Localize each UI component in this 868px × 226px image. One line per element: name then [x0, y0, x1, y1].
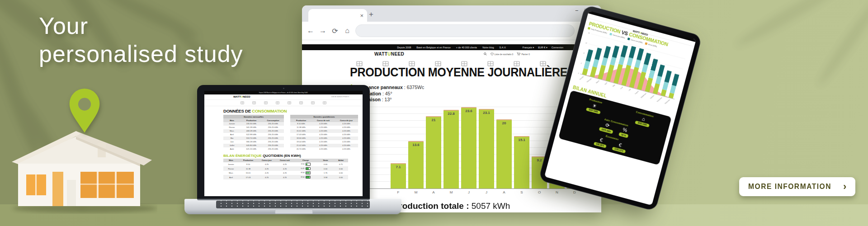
month-label: A	[496, 190, 512, 194]
topbar-locale-link[interactable]: Français ▾	[523, 46, 534, 49]
energy-balance-table: MoisProductionConso jourConso nuitCharge…	[223, 159, 348, 179]
table-cell: 4.25 kWh	[335, 122, 358, 126]
more-information-button[interactable]: MORE INFORMATION ›	[739, 177, 855, 196]
table-cell: 0.00	[334, 166, 348, 171]
table-cell: 8.54	[294, 175, 317, 179]
solar-kit-icon[interactable]	[241, 101, 244, 104]
topbar-link[interactable]: Notre blog	[482, 46, 494, 49]
y-tick-label: 0	[578, 73, 579, 75]
month-label: N	[549, 190, 565, 194]
coins-icon: €	[618, 142, 622, 148]
column-header-cell: Production	[290, 118, 312, 122]
topbar-locale-link[interactable]: Connexion	[552, 46, 563, 49]
reload-icon[interactable]: ⟳	[331, 27, 339, 35]
panel-icon[interactable]	[252, 101, 256, 104]
table-cell: 8.54	[294, 171, 317, 175]
monthly-data-table: Données mensuellesMoisProductionConsumpt…	[223, 115, 284, 151]
topbar-link[interactable]: S.A.V.	[500, 46, 506, 49]
month-label: J	[479, 190, 494, 194]
inverter-icon[interactable]	[276, 101, 279, 104]
battery-charge-icon	[306, 176, 311, 179]
back-icon[interactable]: ←	[307, 27, 315, 35]
pump-icon[interactable]	[288, 101, 291, 104]
site-logo[interactable]: WATTUNEED	[374, 52, 404, 56]
legend-swatch	[645, 42, 648, 45]
table-group-header: Données mensuelles	[223, 115, 284, 118]
table-cell: 4.25 kWh	[335, 133, 358, 137]
accessories-icon[interactable]	[323, 101, 326, 104]
table-cell: 255.25 kWh	[262, 137, 284, 140]
table-row: 11.38 kWh4.25 kWh4.25 kWh	[290, 126, 358, 129]
group-header-cell: Données mensuelles	[223, 115, 284, 118]
table-cell: 20.70 kWh	[290, 147, 312, 151]
laptop-site-topbar: Depuis 2008 Basé en Belgique et en Franc…	[204, 91, 363, 94]
tab-close-icon[interactable]: ×	[360, 13, 363, 19]
column-header-cell: Conso jour	[258, 159, 276, 162]
topbar-locale-link[interactable]: EUR € ▾	[538, 46, 547, 49]
cart-link[interactable]: Panier 0	[517, 52, 530, 56]
table-cell: Janvier	[223, 162, 239, 167]
x-tick-label: August	[634, 90, 639, 95]
table-cell: 4.25 kWh	[312, 144, 335, 147]
table-row: 15.61 kWh4.25 kWh4.25 kWh	[290, 129, 358, 133]
topbar-link[interactable]: + de 40 000 clients	[456, 46, 477, 49]
stacked-bar-segment	[594, 47, 602, 60]
column-header-cell: Conso de jour	[335, 118, 358, 122]
battery-charge-icon	[306, 171, 311, 174]
topbar-link[interactable]: Depuis 2008	[397, 46, 411, 49]
laptop-hinge	[197, 199, 370, 200]
logo-left: WATT	[374, 52, 387, 56]
table-cell: 11.38 kWh	[290, 126, 312, 129]
laptop-base	[184, 199, 401, 214]
table-row: 21.02 kWh4.25 kWh4.25 kWh	[290, 144, 358, 147]
production-total-value: 5057 kWh	[472, 201, 510, 211]
wishlist-link[interactable]: Liste de souhaits 0	[491, 52, 514, 56]
stacked-bar-segment	[610, 57, 616, 66]
stacked-bar-segment	[656, 76, 662, 85]
table-row: Août621.15 kWh255.25 kWh	[223, 147, 284, 151]
panel-item: %58 %	[618, 126, 630, 138]
forward-icon[interactable]: →	[319, 27, 327, 35]
minimize-button[interactable]: –	[576, 7, 578, 13]
month-label: A	[426, 190, 441, 194]
table-row: Juillet645.80 kWh255.25 kWh	[223, 144, 284, 147]
table-row: Janvier245.55 kWh255.25 kWh	[223, 122, 284, 126]
x-tick-label: October	[650, 94, 655, 99]
table-cell: Juin	[223, 140, 241, 144]
heating-icon[interactable]	[299, 101, 303, 104]
legend-swatch	[609, 33, 612, 35]
stacked-bar-segment	[657, 65, 665, 77]
month-label: J	[461, 190, 476, 194]
table-cell: 4.25	[258, 162, 276, 167]
stacked-bar-segment	[660, 89, 666, 96]
search-icon[interactable]	[484, 52, 487, 56]
bar-value-label: 21	[426, 118, 441, 122]
table-cell: 255.25 kWh	[262, 140, 284, 144]
table-cell: 645.80 kWh	[241, 144, 262, 147]
column-header-cell: Consumption	[262, 118, 284, 122]
table-cell: 0.00	[317, 162, 334, 167]
topbar-link[interactable]: Basé en Belgique et en France	[416, 46, 451, 49]
house-plug-icon: ⌂	[642, 116, 646, 122]
charger-icon[interactable]	[311, 101, 315, 104]
table-cell: 255.25 kWh	[262, 122, 284, 126]
battery-icon[interactable]	[264, 101, 268, 104]
table-cell: Juillet	[223, 144, 241, 147]
address-bar[interactable]	[355, 24, 575, 37]
table-cell: 4.25	[258, 166, 276, 171]
table-row: Avril17.434.254.258.543.580.00	[223, 175, 348, 179]
table-cell: 4.25	[276, 166, 294, 171]
browser-toolbar: ← → ⟳ ⌂ ☆	[302, 22, 601, 40]
table-cell: 341.28 kWh	[241, 126, 262, 129]
table-cell: 4.25 kWh	[312, 129, 335, 133]
x-tick-label: September	[640, 92, 647, 99]
stacked-bar-segment	[618, 56, 625, 65]
table-cell: 6.41	[294, 166, 317, 171]
column-header-cell: Conso nuit	[276, 159, 294, 162]
browser-tab[interactable]: ×	[308, 9, 367, 22]
table-cell: 255.25 kWh	[262, 126, 284, 129]
home-icon[interactable]: ⌂	[343, 27, 351, 35]
table-cell: 4.25	[276, 162, 294, 167]
new-tab-button[interactable]: +	[369, 10, 373, 19]
stacked-bar-segment	[672, 74, 679, 86]
